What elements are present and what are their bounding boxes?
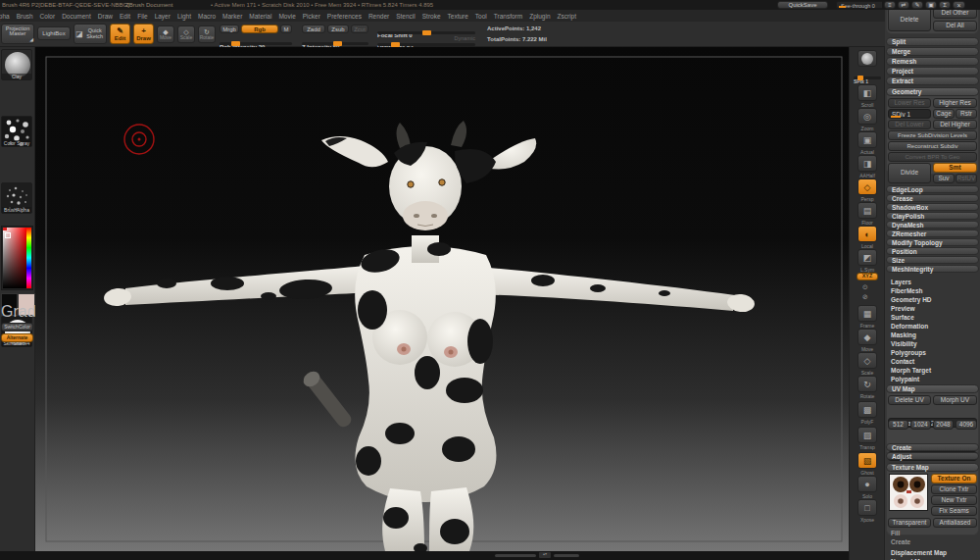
canvas-scrollbar-left[interactable]	[495, 554, 536, 557]
menu-stroke[interactable]: Stroke	[422, 13, 441, 20]
section-fill[interactable]: Fill	[886, 529, 979, 536]
shelf-frame[interactable]: ▦ Frame	[858, 305, 877, 329]
shelf-actual[interactable]: ▣ Actual	[858, 131, 877, 155]
quick-sketch-button[interactable]: ◪ Quick Sketch	[74, 24, 107, 44]
sigma-icon[interactable]: Σ	[939, 1, 951, 9]
quicksave-button[interactable]: QuickSave	[777, 1, 828, 9]
spix-knob[interactable]	[858, 76, 863, 80]
rgb-intensity-slider[interactable]: Rgb Intensity 20	[220, 35, 292, 44]
rstr-button[interactable]: Rstr	[956, 109, 977, 119]
shelf-local[interactable]: ◐ Local	[858, 226, 877, 249]
menu-tool[interactable]: Tool	[475, 13, 487, 20]
section-extract[interactable]: Extract	[886, 76, 979, 85]
xyz-button[interactable]: XYZ	[857, 273, 878, 280]
new-texture-button[interactable]: New Txtr	[931, 495, 977, 505]
section-displacement-map[interactable]: Displacement Map	[886, 548, 979, 556]
section-position[interactable]: Position	[886, 247, 979, 255]
hue-strip[interactable]	[26, 228, 31, 288]
shelf-scroll[interactable]: ◧ Scroll	[858, 84, 877, 108]
shelf-aahalf[interactable]: ◨ AAHalf	[858, 155, 877, 178]
rgb-intensity-knob[interactable]	[231, 41, 240, 46]
menu-macro[interactable]: Macro	[198, 13, 216, 20]
document-canvas[interactable]	[35, 47, 849, 551]
section-polygroups[interactable]: Polygroups	[886, 348, 979, 356]
shelf-rotate[interactable]: ↻ Rotate	[858, 376, 877, 399]
shelf-solo[interactable]: ● Solo	[858, 476, 877, 499]
section-texture-create[interactable]: Create	[886, 537, 979, 545]
section-shadowbox[interactable]: ShadowBox	[886, 203, 979, 211]
uv-size-512-button[interactable]: 512	[888, 420, 908, 430]
zadd-button[interactable]: Zadd	[302, 25, 325, 33]
menu-zscript[interactable]: Zscript	[558, 13, 577, 20]
section-surface[interactable]: Surface	[886, 313, 979, 321]
cage-button[interactable]: Cage	[933, 109, 955, 119]
section-morph-target[interactable]: Morph Target	[886, 366, 979, 374]
section-merge[interactable]: Merge	[886, 47, 979, 56]
menu-zplugin[interactable]: Zplugin	[529, 13, 550, 20]
drag-ui-icon[interactable]: ≡	[884, 1, 896, 9]
section-zremesher[interactable]: ZRemesher	[886, 229, 979, 237]
higher-res-button[interactable]: Higher Res	[933, 98, 977, 108]
color-picker[interactable]	[1, 226, 33, 290]
section-fibermesh[interactable]: FiberMesh	[886, 286, 979, 294]
projection-master-button[interactable]: Projection Master ◢	[1, 24, 34, 44]
section-dynamesh[interactable]: DynaMesh	[886, 221, 979, 229]
pivot-a-icon[interactable]: ⊙	[862, 283, 868, 291]
section-layers[interactable]: Layers	[886, 278, 979, 285]
section-geometry-hd[interactable]: Geometry HD	[886, 295, 979, 303]
menu-alpha[interactable]: Alpha	[0, 13, 10, 20]
texture-on-button[interactable]: Texture On	[931, 474, 977, 484]
delete-button[interactable]: Delete	[888, 8, 931, 31]
menu-file[interactable]: File	[137, 13, 147, 20]
menu-stencil[interactable]: Stencil	[396, 13, 416, 20]
m-button[interactable]: M	[280, 25, 292, 33]
menu-color[interactable]: Color	[40, 13, 56, 20]
see-through-knob[interactable]	[839, 6, 846, 8]
section-uv-map[interactable]: UV Map	[886, 384, 979, 393]
delete-uv-button[interactable]: Delete UV	[888, 395, 931, 405]
sdiv-knob[interactable]	[891, 116, 901, 118]
pivot-b-icon[interactable]: ⊘	[862, 293, 868, 301]
brush-presets-icon[interactable]: ✎	[911, 1, 923, 9]
clone-texture-button[interactable]: Clone Txtr	[931, 484, 977, 494]
section-contact[interactable]: Contact	[886, 357, 979, 365]
lightbox-button[interactable]: LightBox	[37, 26, 71, 40]
shelf-zoom[interactable]: ◎ Zoom	[858, 108, 877, 131]
section-size[interactable]: Size	[886, 256, 979, 264]
shelf-polyf[interactable]: ▩ PolyF	[858, 401, 877, 425]
shelf-scale[interactable]: ◇ Scale	[858, 352, 877, 376]
draw-size-slider[interactable]: Draw Size 52 Dynamic	[377, 35, 475, 45]
focal-shift-slider[interactable]: Focal Shift 0	[377, 24, 475, 33]
current-alpha-thumbnail[interactable]: BrushAlpha	[1, 182, 32, 214]
menu-brush[interactable]: Brush	[17, 13, 33, 20]
suv-toggle[interactable]: Suv	[933, 174, 955, 183]
uv-size-4096-button[interactable]: 4096	[956, 420, 977, 430]
shelf-ghost[interactable]: ▧ Ghost	[858, 452, 877, 476]
dynamic-label[interactable]: Dynamic	[455, 36, 475, 42]
section-masking[interactable]: Masking	[886, 331, 979, 338]
menu-material[interactable]: Material	[249, 13, 271, 20]
section-uv-create[interactable]: Create	[886, 443, 979, 451]
section-polypaint[interactable]: Polypaint	[886, 375, 979, 382]
transparent-button[interactable]: Transparent	[888, 518, 931, 528]
section-meshintegrity[interactable]: MeshIntegrity	[886, 265, 979, 273]
section-crease[interactable]: Crease	[886, 194, 979, 202]
shelf-transp[interactable]: ▨ Transp	[858, 427, 877, 450]
menu-transform[interactable]: Transform	[494, 13, 522, 20]
smt-toggle[interactable]: Smt	[933, 163, 977, 173]
section-modify-topology[interactable]: Modify Topology	[886, 238, 979, 246]
draw-mode-button[interactable]: + Draw	[133, 24, 154, 44]
uv-size-1024-button[interactable]: 1024	[910, 420, 931, 430]
section-remesh[interactable]: Remesh	[886, 57, 979, 66]
section-geometry[interactable]: Geometry	[886, 87, 979, 96]
section-split[interactable]: Split	[886, 37, 979, 46]
edit-mode-button[interactable]: ✎ Edit	[110, 24, 130, 44]
zcut-button[interactable]: Zcut	[351, 25, 368, 33]
menu-marker[interactable]: Marker	[222, 13, 242, 20]
scale-mode-button[interactable]: ◇ Scale	[177, 25, 195, 43]
mrgb-button[interactable]: Mrgb	[220, 25, 239, 33]
close-button[interactable]: ×	[953, 1, 965, 9]
sdiv-slider[interactable]: SDiv 1	[888, 109, 931, 119]
shelf-xpose[interactable]: □ Xpose	[858, 499, 877, 523]
convert-bpr-button[interactable]: Convert BPR To Geo	[888, 152, 977, 162]
